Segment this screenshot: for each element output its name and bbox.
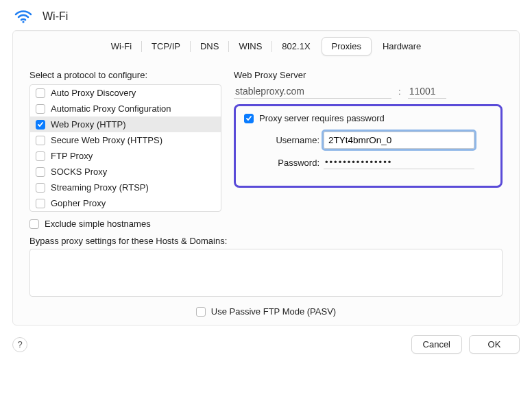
tab-8021x[interactable]: 802.1X <box>272 38 319 55</box>
tab-proxies[interactable]: Proxies <box>322 37 372 56</box>
protocol-label: Gopher Proxy <box>51 198 106 208</box>
username-label: Username: <box>258 135 319 145</box>
tab-hardware[interactable]: Hardware <box>373 38 431 55</box>
protocol-item[interactable]: SOCKS Proxy <box>30 164 221 180</box>
exclude-hostnames-label: Exclude simple hostnames <box>45 219 151 229</box>
protocol-item[interactable]: Automatic Proxy Configuration <box>30 101 221 116</box>
protocol-checkbox[interactable] <box>36 167 45 177</box>
protocol-item[interactable]: Streaming Proxy (RTSP) <box>30 180 221 195</box>
protocol-item[interactable]: Gopher Proxy <box>30 195 221 211</box>
protocol-item[interactable]: Web Proxy (HTTP) <box>30 116 221 132</box>
protocol-label: Select a protocol to configure: <box>29 70 221 80</box>
host-port-separator: : <box>397 86 402 97</box>
protocol-label: Web Proxy (HTTP) <box>51 119 126 130</box>
page-title: Wi-Fi <box>43 10 68 23</box>
protocol-checkbox[interactable] <box>36 199 45 208</box>
tab-wins[interactable]: WINS <box>229 38 271 55</box>
protocol-label: Auto Proxy Discovery <box>51 88 136 98</box>
username-input[interactable] <box>324 132 474 149</box>
protocol-list[interactable]: Auto Proxy DiscoveryAutomatic Proxy Conf… <box>29 84 221 212</box>
svg-point-0 <box>22 21 24 23</box>
ok-button[interactable]: OK <box>469 335 520 354</box>
cancel-button[interactable]: Cancel <box>411 335 462 354</box>
bypass-label: Bypass proxy settings for these Hosts & … <box>29 236 503 246</box>
tabs-bar: Wi-FiTCP/IPDNSWINS802.1XProxiesHardware <box>13 31 519 60</box>
tab-wifi[interactable]: Wi-Fi <box>101 38 141 55</box>
protocol-item[interactable]: Secure Web Proxy (HTTPS) <box>30 132 221 148</box>
tab-tcpip[interactable]: TCP/IP <box>142 38 190 55</box>
exclude-hostnames-checkbox[interactable] <box>29 219 39 229</box>
protocol-label: SOCKS Proxy <box>51 167 107 177</box>
protocol-checkbox[interactable] <box>36 104 45 114</box>
server-label: Web Proxy Server <box>234 70 503 80</box>
protocol-checkbox[interactable] <box>36 151 45 161</box>
protocol-item[interactable]: Auto Proxy Discovery <box>30 85 221 101</box>
password-label: Password: <box>258 158 319 168</box>
auth-required-label: Proxy server requires password <box>259 113 385 123</box>
protocol-checkbox[interactable] <box>36 120 45 130</box>
password-input[interactable]: ••••••••••••••• <box>324 156 474 169</box>
wifi-icon <box>14 7 33 26</box>
auth-highlight-box: Proxy server requires password Username:… <box>234 104 503 188</box>
help-button[interactable]: ? <box>12 337 27 352</box>
protocol-label: FTP Proxy <box>51 151 93 161</box>
proxy-port-input[interactable] <box>408 84 446 99</box>
protocol-checkbox[interactable] <box>36 136 45 145</box>
protocol-item[interactable]: FTP Proxy <box>30 148 221 164</box>
tab-dns[interactable]: DNS <box>191 38 228 55</box>
auth-required-checkbox[interactable] <box>244 114 254 123</box>
passive-ftp-label: Use Passive FTP Mode (PASV) <box>211 306 336 317</box>
bypass-textarea[interactable] <box>29 249 503 297</box>
settings-panel: Wi-FiTCP/IPDNSWINS802.1XProxiesHardware … <box>12 30 520 326</box>
proxy-host-input[interactable] <box>234 84 391 99</box>
protocol-checkbox[interactable] <box>36 88 45 98</box>
protocol-label: Secure Web Proxy (HTTPS) <box>51 135 162 145</box>
protocol-label: Streaming Proxy (RTSP) <box>51 182 149 193</box>
passive-ftp-checkbox[interactable] <box>196 307 206 317</box>
protocol-checkbox[interactable] <box>36 183 45 193</box>
protocol-label: Automatic Proxy Configuration <box>51 103 171 114</box>
